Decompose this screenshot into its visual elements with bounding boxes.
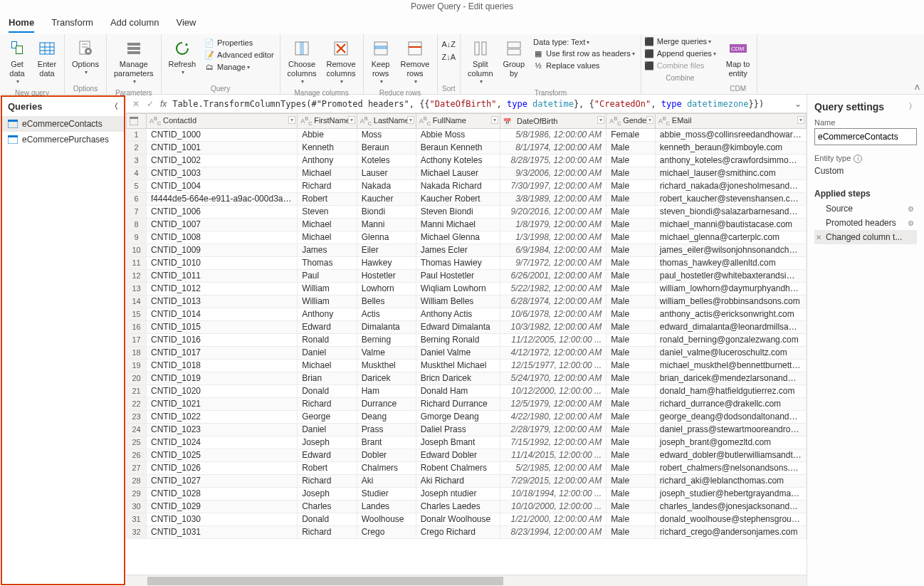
- horizontal-scrollbar[interactable]: [126, 575, 807, 586]
- cell[interactable]: 10/3/1982, 12:00:00 AM: [500, 320, 606, 333]
- cell[interactable]: f4444de5-664e-e911-a9ac-000d3a2d57...: [147, 192, 298, 205]
- filter-icon[interactable]: ▾: [288, 116, 295, 124]
- replace-values-button[interactable]: ½Replace values: [530, 60, 638, 71]
- column-header-gender[interactable]: ABC Gender▾: [607, 114, 656, 129]
- cell[interactable]: 10/18/1994, 12:00:00 ...: [500, 487, 606, 500]
- cell[interactable]: Male: [607, 333, 656, 346]
- cell[interactable]: Donald: [298, 513, 357, 525]
- column-header-firstname[interactable]: ABC FirstName▾: [298, 114, 357, 129]
- cell[interactable]: Brian: [298, 372, 357, 384]
- filter-icon[interactable]: ▾: [797, 116, 804, 124]
- cell[interactable]: Anthony Actis: [416, 308, 500, 320]
- cell[interactable]: anthony_koteles@crawfordsimmonsandgreene…: [655, 154, 806, 167]
- cell[interactable]: Moss: [357, 128, 416, 141]
- cell[interactable]: Male: [607, 244, 656, 256]
- cell[interactable]: Hawkey: [357, 256, 416, 269]
- cell[interactable]: Richard Durrance: [416, 397, 500, 410]
- cell[interactable]: Nakada: [357, 179, 416, 192]
- cell[interactable]: Beraun Kenneth: [416, 141, 500, 154]
- cell[interactable]: william_lowhorn@daymurphyandherrera.com: [655, 282, 806, 295]
- cell[interactable]: James Ecler: [416, 244, 500, 256]
- cell[interactable]: Prass: [357, 423, 416, 436]
- table-row[interactable]: 2CNTID_1001KennethBeraunBeraun Kenneth8/…: [127, 141, 807, 154]
- cell[interactable]: Muskthel Michael: [416, 359, 500, 372]
- cell[interactable]: CNTID_1013: [147, 295, 298, 308]
- cell[interactable]: joseph_brant@gomezltd.com: [655, 436, 806, 449]
- cell[interactable]: michael_glenna@carterplc.com: [655, 231, 806, 244]
- table-row[interactable]: 27CNTID_1026RobertChalmersRobent Chalmer…: [127, 461, 807, 474]
- cell[interactable]: Koteles: [357, 154, 416, 167]
- cell[interactable]: Male: [607, 154, 656, 167]
- formula-cancel-button[interactable]: ✕: [129, 99, 143, 109]
- cell[interactable]: Male: [607, 513, 656, 525]
- table-row[interactable]: 30CNTID_1029CharlesLandesCharles Laedes1…: [127, 500, 807, 513]
- cell[interactable]: CNTID_1025: [147, 449, 298, 461]
- cell[interactable]: CNTID_1007: [147, 218, 298, 231]
- cell[interactable]: Acthony Koteles: [416, 154, 500, 167]
- cell[interactable]: 5/8/1986, 12:00:00 AM: [500, 128, 606, 141]
- cell[interactable]: Aki: [357, 474, 416, 487]
- cell[interactable]: 7/29/2015, 12:00:00 AM: [500, 474, 606, 487]
- gear-icon[interactable]: ⚙: [908, 205, 914, 213]
- cell[interactable]: Daniel: [298, 423, 357, 436]
- cell[interactable]: CNTID_1012: [147, 282, 298, 295]
- cell[interactable]: CNTID_1000: [147, 128, 298, 141]
- cell[interactable]: robert_kaucher@stevenshansen.com: [655, 192, 806, 205]
- cell[interactable]: 12/15/1977, 12:00:00 ...: [500, 359, 606, 372]
- remove-rows-button[interactable]: Remove rows▾: [397, 36, 434, 88]
- cell[interactable]: Male: [607, 397, 656, 410]
- cell[interactable]: 11/12/2005, 12:00:00 ...: [500, 333, 606, 346]
- cell[interactable]: Actis: [357, 308, 416, 320]
- cell[interactable]: Deang: [357, 410, 416, 423]
- cell[interactable]: CNTID_1002: [147, 154, 298, 167]
- cell[interactable]: michael_manni@bautistacase.com: [655, 218, 806, 231]
- cell[interactable]: Male: [607, 474, 656, 487]
- cell[interactable]: 3/8/1989, 12:00:00 AM: [500, 192, 606, 205]
- cell[interactable]: CNTID_1029: [147, 500, 298, 513]
- formula-accept-button[interactable]: ✓: [143, 99, 157, 109]
- table-row[interactable]: 32CNTID_1031RichardCregoCrego Richard8/2…: [127, 525, 807, 538]
- cell[interactable]: Dimalanta: [357, 320, 416, 333]
- enter-data-button[interactable]: Enter data: [33, 36, 61, 81]
- step-source[interactable]: Source⚙: [814, 202, 917, 216]
- properties-button[interactable]: 📄Properties: [201, 37, 277, 48]
- cell[interactable]: 4/22/1980, 12:00:00 AM: [500, 410, 606, 423]
- cell[interactable]: Male: [607, 500, 656, 513]
- keep-rows-button[interactable]: Keep rows▾: [367, 36, 395, 88]
- cell[interactable]: 8/28/1975, 12:00:00 AM: [500, 154, 606, 167]
- merge-queries-button[interactable]: ⬛Merge queries▾: [641, 36, 719, 47]
- map-to-entity-button[interactable]: CDM Map to entity: [722, 36, 755, 81]
- split-column-button[interactable]: Split column▾: [463, 36, 497, 88]
- ribbon-collapse-button[interactable]: ᐱ: [913, 82, 921, 93]
- cell[interactable]: Robent Chalmers: [416, 461, 500, 474]
- cell[interactable]: 7/30/1997, 12:00:00 AM: [500, 179, 606, 192]
- cell[interactable]: CNTID_1028: [147, 487, 298, 500]
- cell[interactable]: 8/1/1974, 12:00:00 AM: [500, 141, 606, 154]
- cell[interactable]: William: [298, 295, 357, 308]
- cell[interactable]: Kenneth: [298, 141, 357, 154]
- table-row[interactable]: 1CNTID_1000AbbieMossAbbie Moss5/8/1986, …: [127, 128, 807, 141]
- cell[interactable]: Steven: [298, 205, 357, 218]
- cell[interactable]: 5/22/1982, 12:00:00 AM: [500, 282, 606, 295]
- append-queries-button[interactable]: ⬛Append queries▾: [641, 48, 719, 59]
- cell[interactable]: 4/12/1972, 12:00:00 AM: [500, 346, 606, 359]
- table-row[interactable]: 17CNTID_1016RonaldBerningBerning Ronald1…: [127, 333, 807, 346]
- cell[interactable]: Edward Dobler: [416, 449, 500, 461]
- table-row[interactable]: 24CNTID_1023DanielPrassDaliel Prass2/28/…: [127, 423, 807, 436]
- cell[interactable]: edward_dimalanta@leonardmillsandnewman.c…: [655, 320, 806, 333]
- cell[interactable]: CNTID_1017: [147, 346, 298, 359]
- cell[interactable]: Eiler: [357, 244, 416, 256]
- cell[interactable]: Durrance: [357, 397, 416, 410]
- cell[interactable]: Richard: [298, 397, 357, 410]
- cell[interactable]: Male: [607, 218, 656, 231]
- cell[interactable]: CNTID_1006: [147, 205, 298, 218]
- cell[interactable]: CNTID_1008: [147, 231, 298, 244]
- menu-transform[interactable]: Transform: [51, 14, 93, 33]
- cell[interactable]: Richard: [298, 525, 357, 538]
- cell[interactable]: Paul: [298, 269, 357, 282]
- get-data-button[interactable]: Get data▾: [3, 36, 31, 88]
- cell[interactable]: Wiqliam Lowhorn: [416, 282, 500, 295]
- cell[interactable]: Nakada Richard: [416, 179, 500, 192]
- cell[interactable]: Paul Hostetler: [416, 269, 500, 282]
- cell[interactable]: Ham: [357, 384, 416, 397]
